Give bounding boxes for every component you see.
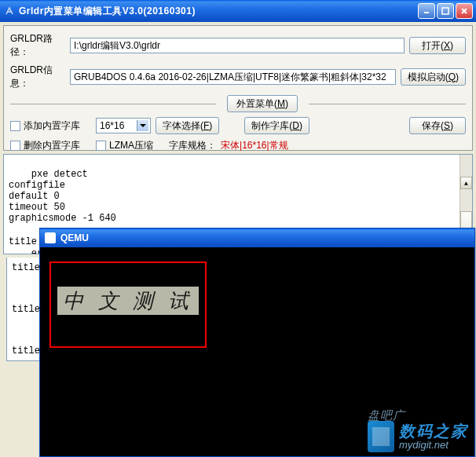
window-title: Grldr内置菜单编辑工具V3.0(20160301) (19, 5, 418, 18)
minimize-button[interactable] (418, 3, 435, 19)
main-panel: GRLDR路径： 打开(X) GRLDR信息： 模拟启动(Q) 外置菜单(M) … (3, 25, 473, 151)
simulate-boot-button[interactable]: 模拟启动(Q) (401, 68, 466, 86)
delete-font-checkbox[interactable]: 删除内置字库 (10, 139, 80, 152)
external-menu-button[interactable]: 外置菜单(M) (227, 95, 298, 112)
path-input[interactable] (70, 38, 405, 53)
path-row: GRLDR路径： 打开(X) (10, 32, 466, 59)
maximize-button[interactable] (437, 3, 454, 19)
window-buttons (418, 3, 473, 19)
qemu-titlebar[interactable]: QEMU (40, 228, 474, 247)
font-size-combo[interactable]: 16*16 (96, 118, 151, 133)
path-label: GRLDR路径： (10, 32, 65, 59)
font-row-1: 添加内置字库 16*16 字体选择(F) 制作字库(D) 保存(S) (10, 117, 466, 134)
make-font-button[interactable]: 制作字库(D) (244, 117, 309, 134)
extmenu-row: 外置菜单(M) (10, 95, 466, 112)
font-select-button[interactable]: 字体选择(F) (156, 117, 219, 134)
font-spec-label: 字库规格： (169, 139, 216, 152)
app-icon (3, 5, 16, 17)
save-button[interactable]: 保存(S) (409, 117, 466, 134)
scroll-up-icon[interactable]: ▲ (460, 177, 472, 189)
font-spec-value: 宋体|16*16|常规 (221, 139, 288, 152)
rendered-text-sample: 中 文 测 试 (57, 287, 199, 315)
add-font-checkbox[interactable]: 添加内置字库 (10, 119, 80, 133)
info-row: GRLDR信息： 模拟启动(Q) (10, 64, 466, 90)
font-row-2: 删除内置字库 LZMA压缩 字库规格： 宋体|16*16|常规 (10, 139, 466, 152)
info-field (70, 69, 396, 85)
open-button[interactable]: 打开(X) (409, 37, 466, 54)
watermark: 盘吧广网 数码之家 mydigit.net (368, 421, 468, 452)
watermark-text: 数码之家 mydigit.net (399, 422, 468, 451)
qemu-title: QEMU (60, 232, 89, 243)
watermark-logo-icon (368, 421, 394, 452)
lzma-checkbox[interactable]: LZMA压缩 (96, 139, 153, 152)
qemu-icon (45, 232, 56, 243)
info-label: GRLDR信息： (10, 64, 65, 90)
close-button[interactable] (456, 3, 473, 19)
svg-rect-1 (442, 8, 449, 14)
watermark-cn: 数码之家 (399, 422, 468, 440)
window-titlebar: Grldr内置菜单编辑工具V3.0(20160301) (0, 0, 476, 22)
watermark-en: mydigit.net (399, 440, 468, 451)
